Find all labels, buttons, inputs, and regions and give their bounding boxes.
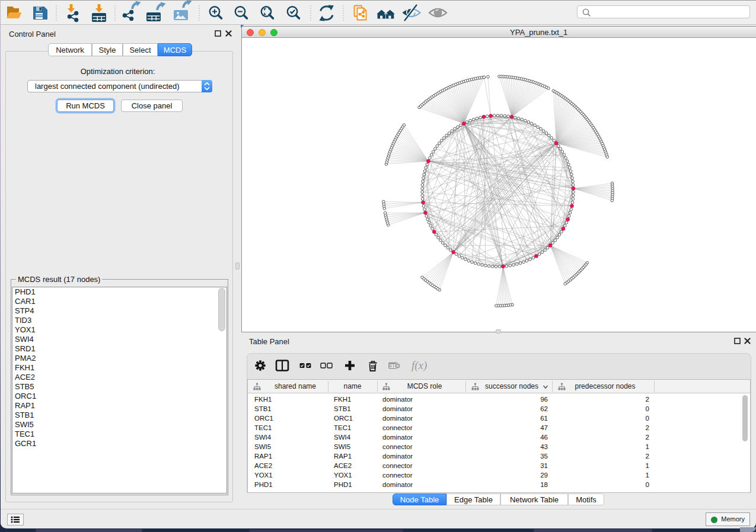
svg-text:f(x): f(x) <box>412 359 427 372</box>
